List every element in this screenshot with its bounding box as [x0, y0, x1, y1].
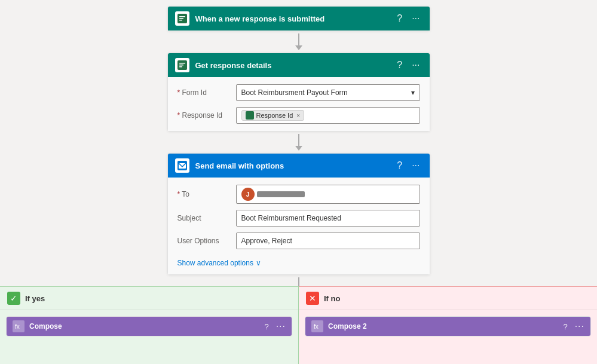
svg-text:fx: fx — [15, 323, 20, 330]
step2-help-btn[interactable]: ? — [394, 59, 405, 72]
branch-yes-body: fx Compose ? ··· — [0, 310, 298, 342]
show-advanced-chevron: ∨ — [256, 259, 261, 267]
step-send-email: Send email with options ? ··· To J S — [167, 153, 430, 275]
compose2-help-btn[interactable]: ? — [561, 321, 570, 332]
compose-card: fx Compose ? ··· — [6, 316, 292, 337]
form-id-label: Form Id — [177, 88, 231, 97]
svg-rect-5 — [179, 63, 185, 64]
step1-icon — [175, 11, 189, 26]
form-id-row: Form Id Boot Reimbursment Payout Form ▾ — [177, 84, 420, 101]
compose2-more-btn[interactable]: ··· — [575, 321, 584, 332]
token-label: Response Id — [256, 112, 293, 119]
branch-yes-label: If yes — [25, 294, 45, 303]
response-id-label: Response Id — [177, 111, 231, 120]
branch-no-body: fx Compose 2 ? ··· — [299, 310, 597, 342]
subject-row: Subject Boot Reimbursment Requested — [177, 210, 420, 227]
show-advanced-options[interactable]: Show advanced options ∨ — [177, 255, 420, 267]
step1-actions: ? ··· — [394, 12, 422, 25]
svg-rect-6 — [179, 65, 183, 66]
branch-no-label: If no — [324, 294, 340, 303]
step3-icon — [175, 158, 189, 173]
compose2-title: Compose 2 — [328, 322, 556, 331]
to-redacted — [257, 191, 305, 197]
yes-icon: ✓ — [7, 292, 20, 305]
form-id-input[interactable]: Boot Reimbursment Payout Form ▾ — [236, 84, 420, 101]
compose-icon: fx — [13, 320, 25, 332]
step2-more-btn[interactable]: ··· — [409, 59, 422, 72]
compose2-card: fx Compose 2 ? ··· — [305, 316, 591, 337]
subject-input[interactable]: Boot Reimbursment Requested — [236, 210, 420, 227]
branch-no: ✕ If no fx Compose 2 ? ··· — [299, 286, 597, 364]
step2-title: Get response details — [195, 61, 389, 70]
branch-yes-header: ✓ If yes — [0, 287, 298, 310]
step2-header: Get response details ? ··· — [168, 53, 430, 77]
step1-title: When a new response is submitted — [195, 14, 389, 23]
compose-header: fx Compose ? ··· — [7, 317, 292, 336]
to-label: To — [177, 190, 231, 198]
form-id-value: Boot Reimbursment Payout Form — [241, 88, 348, 97]
branch-no-header: ✕ If no — [299, 287, 597, 310]
to-row: To J — [177, 185, 420, 204]
svg-rect-7 — [179, 66, 182, 68]
svg-rect-3 — [179, 20, 182, 21]
response-id-row: Response Id Response Id × — [177, 107, 420, 124]
no-icon: ✕ — [306, 292, 319, 305]
step3-title: Send email with options — [195, 161, 389, 170]
subject-value: Boot Reimbursment Requested — [241, 214, 341, 222]
branch-yes: ✓ If yes fx Compose ? ··· — [0, 286, 299, 364]
user-options-row: User Options Approve, Reject — [177, 233, 420, 249]
step1-more-btn[interactable]: ··· — [409, 12, 422, 25]
compose-more-btn[interactable]: ··· — [276, 321, 286, 332]
step3-more-btn[interactable]: ··· — [409, 159, 422, 172]
svg-rect-2 — [179, 18, 183, 19]
branches-container: ✓ If yes fx Compose ? ··· — [0, 286, 597, 364]
step-when-new-response: When a new response is submitted ? ··· — [167, 6, 430, 31]
step2-body: Form Id Boot Reimbursment Payout Form ▾ … — [168, 77, 430, 131]
step1-help-btn[interactable]: ? — [394, 12, 405, 25]
step3-header: Send email with options ? ··· — [168, 154, 430, 178]
arrow-1 — [295, 31, 302, 53]
response-id-input[interactable]: Response Id × — [236, 107, 420, 124]
user-options-input[interactable]: Approve, Reject — [236, 233, 420, 249]
step2-icon — [175, 58, 189, 72]
user-options-value: Approve, Reject — [241, 237, 292, 245]
token-forms-icon — [246, 111, 254, 120]
form-id-chevron: ▾ — [411, 88, 415, 97]
step3-actions: ? ··· — [394, 159, 422, 172]
token-close-btn[interactable]: × — [296, 112, 300, 119]
svg-text:fx: fx — [314, 323, 319, 330]
step3-body: To J Subject Boot Reimbursment Requested… — [168, 178, 430, 274]
to-avatar: J — [241, 188, 255, 201]
compose-help-btn[interactable]: ? — [262, 321, 271, 332]
compose2-header: fx Compose 2 ? ··· — [305, 317, 590, 336]
step3-help-btn[interactable]: ? — [394, 159, 405, 172]
arrow-2 — [295, 131, 302, 153]
to-input[interactable]: J — [236, 185, 420, 204]
compose2-icon: fx — [311, 320, 323, 332]
subject-label: Subject — [177, 214, 231, 222]
step1-header: When a new response is submitted ? ··· — [168, 7, 430, 30]
step-get-response: Get response details ? ··· Form Id Boot … — [167, 53, 430, 131]
response-id-token: Response Id × — [241, 110, 305, 121]
svg-rect-1 — [179, 16, 185, 17]
compose-title: Compose — [29, 322, 257, 331]
show-advanced-label: Show advanced options — [177, 259, 253, 267]
step2-actions: ? ··· — [394, 59, 422, 72]
user-options-label: User Options — [177, 237, 231, 245]
